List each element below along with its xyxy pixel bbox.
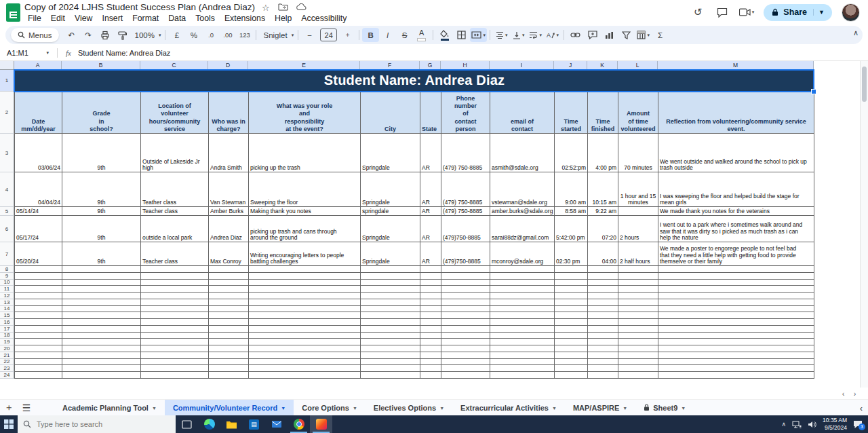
menu-edit[interactable]: Edit [46, 14, 70, 23]
cell-D10[interactable] [209, 280, 249, 286]
tab-map-aspire[interactable]: MAP/ASPIRE▼ [565, 400, 635, 416]
formula-input[interactable]: Student Name: Andrea Diaz [78, 49, 170, 57]
cell-M12[interactable] [658, 293, 814, 299]
fill-color-button[interactable] [436, 28, 453, 42]
scroll-right-icon[interactable]: › [850, 388, 860, 398]
taskbar-search[interactable] [18, 415, 176, 433]
cell-A15[interactable] [15, 312, 62, 319]
header-cell-K2[interactable]: Time finished [588, 92, 618, 134]
cell-I17[interactable] [490, 326, 555, 333]
cell-G21[interactable] [420, 352, 441, 359]
increase-font-size-button[interactable]: ＋ [339, 28, 356, 42]
cell-K9[interactable] [588, 273, 618, 280]
cell-B13[interactable] [62, 299, 141, 306]
cell-J5[interactable]: 8:58 am [555, 207, 588, 216]
paint-format-button[interactable] [114, 28, 131, 42]
cell-J17[interactable] [555, 326, 588, 333]
cell-K4[interactable]: 10:15 am [588, 172, 618, 207]
cell-F4[interactable]: Springdale [361, 172, 420, 207]
text-color-button[interactable]: A [413, 28, 430, 42]
header-cell-C2[interactable]: Location of volunteer hours/community se… [141, 92, 209, 134]
cell-I22[interactable] [490, 359, 555, 366]
cell-A3[interactable]: 03/06/24 [15, 134, 62, 172]
cell-H15[interactable] [441, 312, 490, 319]
cell-A9[interactable] [15, 273, 62, 280]
row-header-21[interactable]: 21 [0, 352, 14, 359]
cell-B12[interactable] [62, 293, 141, 299]
header-cell-I2[interactable]: email of contact [490, 92, 555, 134]
column-header-C[interactable]: C [140, 61, 208, 70]
cell-H19[interactable] [441, 339, 490, 345]
merge-cells-button[interactable]: ▾ [470, 28, 487, 42]
cell-B22[interactable] [62, 359, 141, 366]
cell-A16[interactable] [15, 319, 62, 326]
cell-I13[interactable] [490, 299, 555, 306]
cell-F11[interactable] [361, 286, 420, 293]
cell-J22[interactable] [555, 359, 588, 366]
cell-I18[interactable] [490, 333, 555, 339]
cell-H12[interactable] [441, 293, 490, 299]
cell-G8[interactable] [420, 266, 441, 273]
cell-H3[interactable]: (479) 750-8885 [441, 134, 490, 172]
cell-C11[interactable] [141, 286, 209, 293]
cell-B23[interactable] [62, 365, 141, 372]
cell-F15[interactable] [361, 312, 420, 319]
name-box[interactable]: A1:M1 ▾ [0, 49, 53, 57]
header-cell-B2[interactable]: Grade in school? [62, 92, 141, 134]
cell-M6[interactable]: I went out to a park where i sometimes w… [658, 216, 814, 242]
cell-K3[interactable]: 4:00 pm [588, 134, 618, 172]
version-history-icon[interactable]: ↺ [690, 5, 705, 20]
insert-link-button[interactable] [567, 28, 584, 42]
cell-E3[interactable]: picking up the trash [249, 134, 361, 172]
cell-H21[interactable] [441, 352, 490, 359]
add-sheet-button[interactable]: ＋ [0, 402, 18, 414]
cell-M11[interactable] [658, 286, 814, 293]
row-header-22[interactable]: 22 [0, 359, 14, 366]
cell-D13[interactable] [209, 299, 249, 306]
redo-button[interactable]: ↷ [80, 28, 97, 42]
cell-B15[interactable] [62, 312, 141, 319]
menu-help[interactable]: Help [270, 14, 296, 23]
move-folder-icon[interactable] [278, 3, 288, 13]
google-sheets-logo[interactable] [6, 3, 20, 22]
italic-button[interactable]: I [379, 28, 396, 42]
menu-tools[interactable]: Tools [191, 14, 220, 23]
cell-J10[interactable] [555, 280, 588, 286]
row-header-6[interactable]: 6 [0, 216, 14, 242]
cell-K21[interactable] [588, 352, 618, 359]
cell-I19[interactable] [490, 339, 555, 345]
cell-M17[interactable] [658, 326, 814, 333]
column-header-D[interactable]: D [208, 61, 248, 70]
action-center-icon[interactable]: 3 [853, 420, 863, 429]
cell-E17[interactable] [249, 326, 361, 333]
format-percent-button[interactable]: % [185, 28, 202, 42]
cell-E20[interactable] [249, 345, 361, 352]
cell-C9[interactable] [141, 273, 209, 280]
cell-E11[interactable] [249, 286, 361, 293]
cell-E21[interactable] [249, 352, 361, 359]
cell-E22[interactable] [249, 359, 361, 366]
cell-F19[interactable] [361, 339, 420, 345]
chevron-down-icon[interactable]: ▼ [681, 406, 686, 411]
cell-B14[interactable] [62, 306, 141, 313]
cell-A22[interactable] [15, 359, 62, 366]
cell-H10[interactable] [441, 280, 490, 286]
cell-C24[interactable] [141, 372, 209, 379]
cell-A11[interactable] [15, 286, 62, 293]
cell-C5[interactable]: Teacher class [141, 207, 209, 216]
bold-button[interactable]: B [362, 28, 379, 42]
column-header-K[interactable]: K [587, 61, 618, 70]
cell-L4[interactable]: 1 hour and 15 minutes [618, 172, 658, 207]
cell-A5[interactable]: 05/14/24 [15, 207, 62, 216]
cell-H22[interactable] [441, 359, 490, 366]
cell-D19[interactable] [209, 339, 249, 345]
column-header-L[interactable]: L [618, 61, 658, 70]
cell-D7[interactable]: Max Conroy [209, 242, 249, 266]
cell-M8[interactable] [658, 266, 814, 273]
cell-M19[interactable] [658, 339, 814, 345]
cell-C13[interactable] [141, 299, 209, 306]
cell-D6[interactable]: Andrea Diaz [209, 216, 249, 242]
cell-H5[interactable]: (479) 750-8885 [441, 207, 490, 216]
cell-B5[interactable]: 9th [62, 207, 141, 216]
cell-I5[interactable]: amber.burks@sdale.org [490, 207, 555, 216]
